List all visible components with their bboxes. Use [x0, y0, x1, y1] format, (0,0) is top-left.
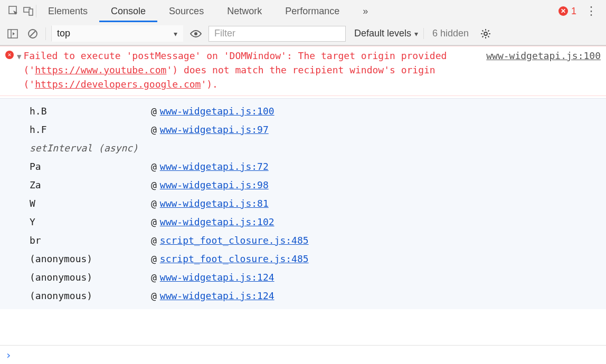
stack-function: Za	[30, 178, 151, 192]
stack-function: h.B	[30, 104, 151, 118]
stack-location-link[interactable]: www-widgetapi.js:100	[160, 104, 274, 118]
svg-line-13	[482, 30, 484, 31]
levels-label: Default levels	[354, 28, 411, 39]
stack-at: @	[151, 104, 157, 118]
inspect-icon[interactable]	[6, 4, 21, 18]
stack-at: @	[151, 196, 157, 210]
stack-location-link[interactable]: www-widgetapi.js:102	[160, 215, 274, 229]
log-levels-selector[interactable]: Default levels	[351, 28, 418, 39]
console-controls: top Default levels 6 hidden	[0, 22, 606, 45]
tabs-row: Elements Console Sources Network Perform…	[0, 0, 606, 22]
stack-location-link[interactable]: www-widgetapi.js:81	[160, 196, 269, 210]
disclosure-triangle-icon[interactable]: ▼	[17, 51, 21, 62]
stack-function: (anonymous)	[30, 289, 151, 303]
console-sidebar-toggle-icon[interactable]	[5, 26, 20, 41]
stack-function: W	[30, 196, 151, 210]
clear-console-icon[interactable]	[25, 26, 40, 41]
tab-elements[interactable]: Elements	[36, 0, 99, 22]
svg-line-15	[482, 36, 484, 37]
stack-location-link[interactable]: www-widgetapi.js:72	[160, 159, 269, 174]
svg-point-7	[194, 32, 197, 35]
stack-function: (anonymous)	[30, 270, 151, 284]
stack-at: @	[151, 270, 157, 284]
prompt-chevron-icon: ›	[5, 349, 12, 361]
svg-point-8	[484, 32, 487, 35]
stack-trace: h.B@www-widgetapi.js:100h.F@www-widgetap…	[0, 98, 606, 309]
stack-at: @	[151, 178, 157, 192]
divider	[45, 27, 46, 40]
error-count-value: 1	[571, 6, 576, 17]
error-text-segment: ').	[201, 79, 218, 90]
stack-frame: W@www-widgetapi.js:81	[0, 194, 606, 213]
stack-frame: (anonymous)@www-widgetapi.js:124	[0, 268, 606, 286]
tab-sources[interactable]: Sources	[157, 0, 215, 22]
stack-frame: (anonymous)@script_foot_closure.js:485	[0, 250, 606, 268]
filter-input[interactable]	[209, 26, 346, 42]
stack-at: @	[151, 215, 157, 229]
chevron-down-icon	[414, 28, 418, 39]
tab-network[interactable]: Network	[215, 0, 273, 22]
context-value: top	[57, 28, 70, 39]
stack-location-link[interactable]: www-widgetapi.js:124	[160, 270, 274, 284]
stack-frame: setInterval (async)	[0, 139, 606, 157]
stack-at: @	[151, 289, 157, 303]
message-head: ✕ ▼ Failed to execute 'postMessage' on '…	[5, 49, 601, 91]
error-icon: ✕	[558, 6, 568, 16]
stack-location-link[interactable]: www-widgetapi.js:97	[160, 122, 269, 137]
stack-frame: (anonymous)@www-widgetapi.js:124	[0, 286, 606, 305]
stack-at: @	[151, 159, 157, 174]
stack-location-link[interactable]: script_foot_closure.js:485	[160, 233, 309, 247]
stack-location-link[interactable]: www-widgetapi.js:98	[160, 178, 269, 192]
kebab-menu-icon[interactable]: ⋮	[584, 4, 599, 18]
error-url[interactable]: https://www.youtube.com	[35, 64, 166, 75]
stack-at: @	[151, 122, 157, 137]
svg-rect-2	[29, 9, 33, 15]
stack-at: @	[151, 233, 157, 247]
live-expression-icon[interactable]	[188, 26, 203, 41]
stack-at: @	[151, 252, 157, 266]
console-body: ✕ ▼ Failed to execute 'postMessage' on '…	[0, 46, 606, 345]
gear-icon[interactable]	[478, 26, 493, 41]
svg-line-6	[30, 31, 35, 36]
device-toolbar-icon[interactable]	[21, 4, 36, 18]
stack-location-link[interactable]: script_foot_closure.js:485	[160, 252, 309, 266]
error-url[interactable]: https://developers.google.com	[35, 79, 201, 90]
svg-line-14	[488, 36, 489, 37]
hidden-messages-count[interactable]: 6 hidden	[423, 28, 469, 39]
devtools-toolbar: Elements Console Sources Network Perform…	[0, 0, 606, 46]
stack-frame: Y@www-widgetapi.js:102	[0, 213, 606, 231]
tab-overflow[interactable]: »	[351, 0, 380, 22]
stack-frame: h.B@www-widgetapi.js:100	[0, 102, 606, 120]
console-error-message: ✕ ▼ Failed to execute 'postMessage' on '…	[0, 46, 606, 96]
stack-function: (anonymous)	[30, 252, 151, 266]
svg-line-16	[488, 30, 489, 31]
stack-function: br	[30, 233, 151, 247]
error-icon: ✕	[5, 51, 14, 59]
stack-frame: h.F@www-widgetapi.js:97	[0, 120, 606, 139]
stack-function: Pa	[30, 159, 151, 174]
stack-function: setInterval (async)	[30, 141, 151, 155]
message-source-link[interactable]: www-widgetapi.js:100	[486, 49, 601, 63]
stack-location-link[interactable]: www-widgetapi.js:124	[160, 289, 274, 303]
tab-console[interactable]: Console	[99, 0, 157, 22]
stack-frame: Pa@www-widgetapi.js:72	[0, 157, 606, 176]
console-prompt[interactable]: ›	[0, 345, 606, 364]
stack-frame: br@script_foot_closure.js:485	[0, 231, 606, 250]
chevron-down-icon	[174, 28, 177, 39]
stack-function: h.F	[30, 122, 151, 137]
tab-performance[interactable]: Performance	[273, 0, 351, 22]
error-text: Failed to execute 'postMessage' on 'DOMW…	[23, 49, 486, 91]
tabs-right: ✕ 1 ⋮	[558, 4, 606, 18]
stack-frame: Za@www-widgetapi.js:98	[0, 176, 606, 194]
stack-function: Y	[30, 215, 151, 229]
error-count[interactable]: ✕ 1	[558, 6, 576, 17]
context-selector[interactable]: top	[51, 25, 183, 42]
